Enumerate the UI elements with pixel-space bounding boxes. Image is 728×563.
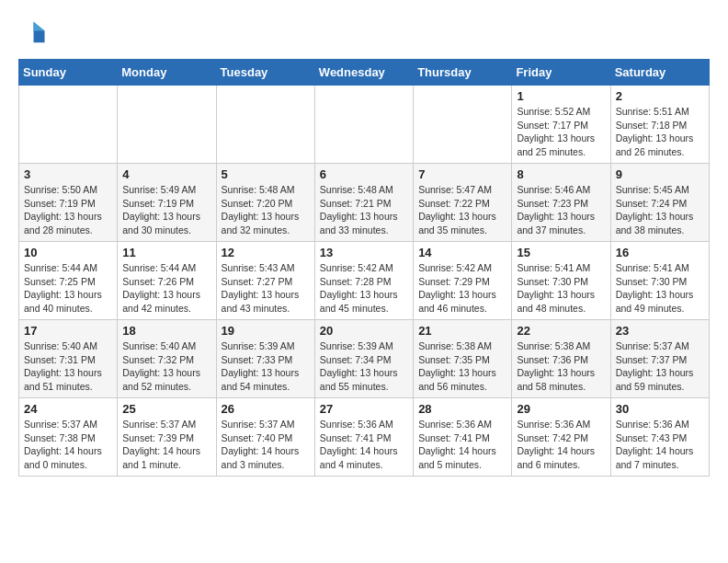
calendar-cell: 27Sunrise: 5:36 AM Sunset: 7:41 PM Dayli… bbox=[314, 398, 413, 477]
calendar-cell: 6Sunrise: 5:48 AM Sunset: 7:21 PM Daylig… bbox=[314, 164, 413, 242]
calendar-header: SundayMondayTuesdayWednesdayThursdayFrid… bbox=[19, 60, 710, 86]
day-number: 28 bbox=[418, 402, 506, 416]
day-info: Sunrise: 5:37 AM Sunset: 7:37 PM Dayligh… bbox=[616, 339, 704, 394]
day-info: Sunrise: 5:52 AM Sunset: 7:17 PM Dayligh… bbox=[517, 105, 605, 159]
weekday-header-tuesday: Tuesday bbox=[216, 60, 314, 86]
day-info: Sunrise: 5:42 AM Sunset: 7:29 PM Dayligh… bbox=[418, 261, 506, 316]
day-number: 4 bbox=[122, 167, 210, 181]
day-number: 29 bbox=[517, 402, 605, 416]
calendar-cell: 15Sunrise: 5:41 AM Sunset: 7:30 PM Dayli… bbox=[512, 242, 610, 320]
day-info: Sunrise: 5:40 AM Sunset: 7:32 PM Dayligh… bbox=[122, 339, 210, 394]
page-header bbox=[18, 18, 710, 50]
calendar-cell: 19Sunrise: 5:39 AM Sunset: 7:33 PM Dayli… bbox=[216, 320, 314, 398]
weekday-header-saturday: Saturday bbox=[610, 60, 709, 86]
calendar-table: SundayMondayTuesdayWednesdayThursdayFrid… bbox=[18, 59, 710, 477]
calendar-week-row: 1Sunrise: 5:52 AM Sunset: 7:17 PM Daylig… bbox=[19, 86, 710, 164]
day-info: Sunrise: 5:50 AM Sunset: 7:19 PM Dayligh… bbox=[24, 183, 112, 237]
calendar-cell: 9Sunrise: 5:45 AM Sunset: 7:24 PM Daylig… bbox=[610, 164, 709, 242]
day-info: Sunrise: 5:43 AM Sunset: 7:27 PM Dayligh… bbox=[222, 261, 310, 316]
day-info: Sunrise: 5:38 AM Sunset: 7:36 PM Dayligh… bbox=[517, 339, 605, 394]
day-info: Sunrise: 5:47 AM Sunset: 7:22 PM Dayligh… bbox=[418, 183, 506, 237]
day-info: Sunrise: 5:44 AM Sunset: 7:25 PM Dayligh… bbox=[24, 261, 112, 316]
day-number: 27 bbox=[320, 402, 408, 416]
day-number: 20 bbox=[320, 324, 408, 338]
day-info: Sunrise: 5:42 AM Sunset: 7:28 PM Dayligh… bbox=[320, 261, 408, 316]
day-number: 19 bbox=[222, 324, 310, 338]
weekday-header-row: SundayMondayTuesdayWednesdayThursdayFrid… bbox=[19, 60, 710, 86]
calendar-week-row: 24Sunrise: 5:37 AM Sunset: 7:38 PM Dayli… bbox=[19, 398, 710, 477]
calendar-cell: 26Sunrise: 5:37 AM Sunset: 7:40 PM Dayli… bbox=[216, 398, 314, 477]
day-info: Sunrise: 5:44 AM Sunset: 7:26 PM Dayligh… bbox=[122, 261, 210, 316]
day-number: 22 bbox=[517, 324, 605, 338]
calendar-cell bbox=[314, 86, 413, 164]
calendar-cell: 13Sunrise: 5:42 AM Sunset: 7:28 PM Dayli… bbox=[314, 242, 413, 320]
calendar-cell: 18Sunrise: 5:40 AM Sunset: 7:32 PM Dayli… bbox=[118, 320, 216, 398]
calendar-cell bbox=[118, 86, 216, 164]
day-info: Sunrise: 5:37 AM Sunset: 7:40 PM Dayligh… bbox=[222, 418, 310, 472]
weekday-header-thursday: Thursday bbox=[414, 60, 512, 86]
day-number: 7 bbox=[418, 167, 506, 181]
day-number: 6 bbox=[320, 167, 408, 181]
calendar-cell: 4Sunrise: 5:49 AM Sunset: 7:19 PM Daylig… bbox=[118, 164, 216, 242]
calendar-week-row: 10Sunrise: 5:44 AM Sunset: 7:25 PM Dayli… bbox=[19, 242, 710, 320]
day-number: 17 bbox=[24, 324, 112, 338]
calendar-cell: 22Sunrise: 5:38 AM Sunset: 7:36 PM Dayli… bbox=[512, 320, 610, 398]
calendar-cell: 16Sunrise: 5:41 AM Sunset: 7:30 PM Dayli… bbox=[610, 242, 709, 320]
calendar-cell: 5Sunrise: 5:48 AM Sunset: 7:20 PM Daylig… bbox=[216, 164, 314, 242]
day-number: 16 bbox=[616, 246, 704, 259]
logo bbox=[18, 18, 50, 46]
day-info: Sunrise: 5:41 AM Sunset: 7:30 PM Dayligh… bbox=[517, 261, 605, 316]
day-number: 23 bbox=[616, 324, 704, 338]
weekday-header-wednesday: Wednesday bbox=[314, 60, 413, 86]
day-number: 3 bbox=[24, 167, 112, 181]
calendar-cell: 11Sunrise: 5:44 AM Sunset: 7:26 PM Dayli… bbox=[118, 242, 216, 320]
day-number: 26 bbox=[222, 402, 310, 416]
day-info: Sunrise: 5:36 AM Sunset: 7:41 PM Dayligh… bbox=[320, 418, 408, 472]
day-number: 8 bbox=[517, 167, 605, 181]
day-info: Sunrise: 5:46 AM Sunset: 7:23 PM Dayligh… bbox=[517, 183, 605, 237]
calendar-cell: 28Sunrise: 5:36 AM Sunset: 7:41 PM Dayli… bbox=[414, 398, 512, 477]
day-info: Sunrise: 5:39 AM Sunset: 7:34 PM Dayligh… bbox=[320, 339, 408, 394]
day-info: Sunrise: 5:49 AM Sunset: 7:19 PM Dayligh… bbox=[122, 183, 210, 237]
day-number: 14 bbox=[418, 246, 506, 259]
day-number: 13 bbox=[320, 246, 408, 259]
day-number: 24 bbox=[24, 402, 112, 416]
day-info: Sunrise: 5:45 AM Sunset: 7:24 PM Dayligh… bbox=[616, 183, 704, 237]
day-info: Sunrise: 5:36 AM Sunset: 7:41 PM Dayligh… bbox=[418, 418, 506, 472]
calendar-cell bbox=[19, 86, 118, 164]
calendar-cell: 24Sunrise: 5:37 AM Sunset: 7:38 PM Dayli… bbox=[19, 398, 118, 477]
calendar-cell: 7Sunrise: 5:47 AM Sunset: 7:22 PM Daylig… bbox=[414, 164, 512, 242]
day-info: Sunrise: 5:41 AM Sunset: 7:30 PM Dayligh… bbox=[616, 261, 704, 316]
day-info: Sunrise: 5:36 AM Sunset: 7:42 PM Dayligh… bbox=[517, 418, 605, 472]
calendar-week-row: 17Sunrise: 5:40 AM Sunset: 7:31 PM Dayli… bbox=[19, 320, 710, 398]
weekday-header-monday: Monday bbox=[118, 60, 216, 86]
day-number: 18 bbox=[122, 324, 210, 338]
calendar-cell: 25Sunrise: 5:37 AM Sunset: 7:39 PM Dayli… bbox=[118, 398, 216, 477]
calendar-cell: 30Sunrise: 5:36 AM Sunset: 7:43 PM Dayli… bbox=[610, 398, 709, 477]
calendar-cell bbox=[414, 86, 512, 164]
calendar-cell: 12Sunrise: 5:43 AM Sunset: 7:27 PM Dayli… bbox=[216, 242, 314, 320]
calendar-cell: 29Sunrise: 5:36 AM Sunset: 7:42 PM Dayli… bbox=[512, 398, 610, 477]
calendar-week-row: 3Sunrise: 5:50 AM Sunset: 7:19 PM Daylig… bbox=[19, 164, 710, 242]
weekday-header-sunday: Sunday bbox=[19, 60, 118, 86]
day-number: 5 bbox=[222, 167, 310, 181]
day-number: 25 bbox=[122, 402, 210, 416]
day-number: 2 bbox=[616, 89, 704, 103]
calendar-cell: 21Sunrise: 5:38 AM Sunset: 7:35 PM Dayli… bbox=[414, 320, 512, 398]
day-info: Sunrise: 5:51 AM Sunset: 7:18 PM Dayligh… bbox=[616, 105, 704, 159]
day-number: 10 bbox=[24, 246, 112, 259]
day-number: 15 bbox=[517, 246, 605, 259]
day-info: Sunrise: 5:39 AM Sunset: 7:33 PM Dayligh… bbox=[222, 339, 310, 394]
calendar-cell: 23Sunrise: 5:37 AM Sunset: 7:37 PM Dayli… bbox=[610, 320, 709, 398]
day-number: 9 bbox=[616, 167, 704, 181]
logo-icon bbox=[18, 18, 46, 46]
day-number: 21 bbox=[418, 324, 506, 338]
calendar-body: 1Sunrise: 5:52 AM Sunset: 7:17 PM Daylig… bbox=[19, 86, 710, 477]
day-info: Sunrise: 5:38 AM Sunset: 7:35 PM Dayligh… bbox=[418, 339, 506, 394]
day-info: Sunrise: 5:37 AM Sunset: 7:38 PM Dayligh… bbox=[24, 418, 112, 472]
calendar-cell: 20Sunrise: 5:39 AM Sunset: 7:34 PM Dayli… bbox=[314, 320, 413, 398]
day-info: Sunrise: 5:40 AM Sunset: 7:31 PM Dayligh… bbox=[24, 339, 112, 394]
weekday-header-friday: Friday bbox=[512, 60, 610, 86]
day-number: 30 bbox=[616, 402, 704, 416]
calendar-cell: 1Sunrise: 5:52 AM Sunset: 7:17 PM Daylig… bbox=[512, 86, 610, 164]
